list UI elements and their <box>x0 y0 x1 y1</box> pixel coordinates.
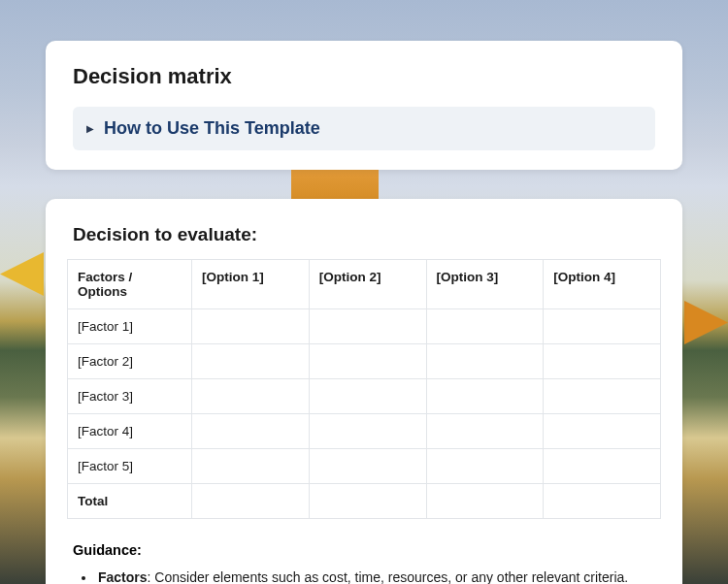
value-cell[interactable] <box>544 379 661 414</box>
table-row: [Factor 1] <box>68 309 661 344</box>
table-header-option: [Option 3] <box>426 260 544 309</box>
value-cell[interactable] <box>309 449 426 484</box>
total-cell <box>544 484 661 519</box>
value-cell[interactable] <box>426 309 544 344</box>
value-cell[interactable] <box>544 414 661 449</box>
guidance-desc: : Consider elements such as cost, time, … <box>148 569 629 584</box>
value-cell[interactable] <box>426 449 544 484</box>
value-cell[interactable] <box>192 379 310 414</box>
header-card: Decision matrix ▶ How to Use This Templa… <box>46 41 682 170</box>
value-cell[interactable] <box>426 344 544 379</box>
factor-cell: [Factor 5] <box>68 449 192 484</box>
guidance-list: Factors: Consider elements such as cost,… <box>46 566 682 584</box>
content-card: Decision to evaluate: Factors / Options … <box>46 199 682 584</box>
table-row: [Factor 4] <box>68 414 661 449</box>
total-cell <box>426 484 544 519</box>
guidance-item: Factors: Consider elements such as cost,… <box>96 566 655 584</box>
value-cell[interactable] <box>309 344 426 379</box>
table-header-option: [Option 4] <box>544 260 661 309</box>
page-title: Decision matrix <box>73 64 655 89</box>
value-cell[interactable] <box>544 309 661 344</box>
value-cell[interactable] <box>309 309 426 344</box>
decision-matrix-table: Factors / Options [Option 1] [Option 2] … <box>67 259 661 519</box>
guidance-term: Factors <box>98 569 148 584</box>
table-header-corner: Factors / Options <box>68 260 192 309</box>
value-cell[interactable] <box>544 449 661 484</box>
value-cell[interactable] <box>426 379 544 414</box>
table-header-option: [Option 1] <box>192 260 310 309</box>
value-cell[interactable] <box>192 414 310 449</box>
value-cell[interactable] <box>192 449 310 484</box>
value-cell[interactable] <box>309 414 426 449</box>
callout-title: How to Use This Template <box>104 118 320 139</box>
table-row: [Factor 5] <box>68 449 661 484</box>
value-cell[interactable] <box>309 379 426 414</box>
bg-arrow-right <box>684 301 728 344</box>
disclosure-triangle-icon: ▶ <box>86 124 94 134</box>
value-cell[interactable] <box>192 344 310 379</box>
table-row: [Factor 2] <box>68 344 661 379</box>
table-header-option: [Option 2] <box>309 260 426 309</box>
value-cell[interactable] <box>544 344 661 379</box>
total-label-cell: Total <box>68 484 192 519</box>
factor-cell: [Factor 2] <box>68 344 192 379</box>
factor-cell: [Factor 3] <box>68 379 192 414</box>
section-heading: Decision to evaluate: <box>46 224 682 259</box>
factor-cell: [Factor 4] <box>68 414 192 449</box>
table-row: [Factor 3] <box>68 379 661 414</box>
value-cell[interactable] <box>426 414 544 449</box>
total-cell <box>309 484 426 519</box>
guidance-heading: Guidance: <box>46 519 682 566</box>
factor-cell: [Factor 1] <box>68 309 192 344</box>
value-cell[interactable] <box>192 309 310 344</box>
how-to-use-callout[interactable]: ▶ How to Use This Template <box>73 107 655 150</box>
table-row-total: Total <box>68 484 661 519</box>
total-cell <box>192 484 310 519</box>
